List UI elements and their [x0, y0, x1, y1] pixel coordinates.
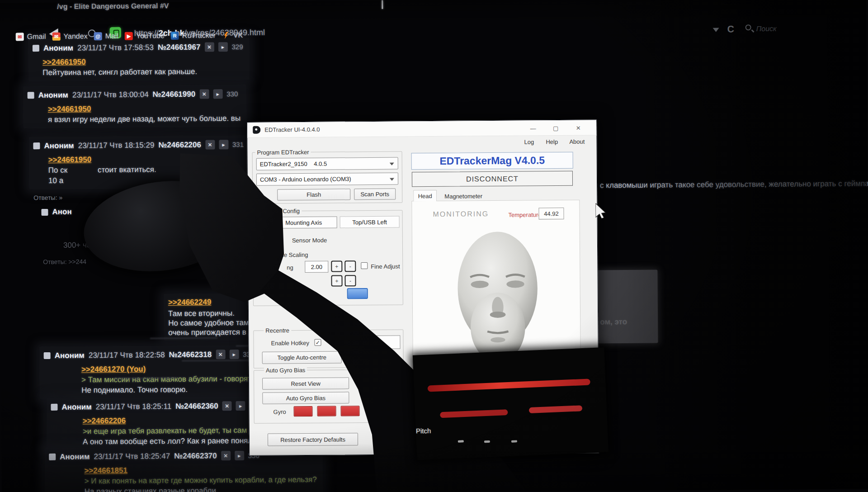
- post-checkbox[interactable]: [33, 142, 40, 149]
- post-header: Аноним 23/11/17 Чтв 18:15:29 №24662206 ✕…: [33, 140, 244, 151]
- post-checkbox[interactable]: [44, 352, 51, 359]
- increment-button[interactable]: +: [331, 275, 342, 286]
- minimize-button[interactable]: —: [524, 122, 542, 134]
- hide-post-icon[interactable]: ✕: [205, 140, 215, 149]
- post-number[interactable]: №24662370: [174, 451, 217, 461]
- replies-list[interactable]: Ответы: »: [33, 194, 62, 201]
- group-legend: Config: [281, 208, 302, 214]
- poster-name: Аноним: [61, 402, 91, 412]
- reply-link[interactable]: >>24662249: [168, 298, 212, 307]
- reply-link[interactable]: >>24661950: [48, 104, 91, 114]
- bookmark-vk[interactable]: VK: [222, 31, 243, 39]
- expand-post-icon[interactable]: ▸: [236, 401, 245, 411]
- screen-content: /vg - Elite Dangerous General #V https:/…: [0, 0, 868, 492]
- post-checkbox[interactable]: [28, 92, 34, 99]
- refresh-icon[interactable]: C: [727, 24, 734, 34]
- reset-view-button[interactable]: Reset View: [262, 377, 349, 389]
- forum-post: Аноним 23/11/17 Чтв 18:25:11 №24662360 ✕…: [51, 401, 282, 447]
- bookmark-gmail[interactable]: ✉ Gmail: [16, 33, 46, 41]
- poster-name: Аноним: [38, 90, 68, 99]
- post-checkbox[interactable]: [49, 454, 56, 460]
- bookmark-dropdown-icon[interactable]: [713, 28, 719, 32]
- decrement-button[interactable]: -: [344, 275, 356, 286]
- bookmark-yandex[interactable]: ✉ Yandex: [52, 32, 87, 41]
- post-quote: > Там миссии на скан маяков абузили - го…: [81, 373, 278, 385]
- poster-name: Аноним: [55, 351, 85, 360]
- com-port-dropdown-value: COM3 - Arduino Leonardo (COM3): [260, 175, 351, 183]
- post-checkbox[interactable]: [51, 404, 57, 411]
- auto-gyro-bias-button[interactable]: Auto Gyro Bias: [262, 392, 349, 404]
- enable-hotkey-checkbox[interactable]: ✓: [314, 339, 321, 346]
- scaling-value: 2.00: [311, 263, 322, 270]
- expand-post-icon[interactable]: ▸: [219, 140, 228, 149]
- recentre-group: Recentre Enable Hotkey ✓ Toggle Auto-cen…: [253, 329, 404, 368]
- browser-tab-title[interactable]: /vg - Elite Dangerous General #V: [57, 2, 169, 11]
- partial-post-header: Анон: [41, 208, 71, 217]
- post-checkbox[interactable]: [33, 45, 39, 52]
- restore-factory-defaults-button[interactable]: Restore Factory Defaults: [268, 433, 358, 446]
- tab-head[interactable]: Head: [413, 190, 437, 201]
- mounting-axis-value: Top/USB Left: [352, 218, 387, 226]
- bookmark-youtube[interactable]: ▶ YouTube: [125, 32, 165, 40]
- menu-log[interactable]: Log: [524, 138, 534, 145]
- bookmark-rutracker[interactable]: R RuTracker: [171, 31, 216, 40]
- search-icon[interactable]: [745, 24, 751, 30]
- menu-help[interactable]: Help: [546, 138, 558, 145]
- fine-adjust-checkbox[interactable]: [361, 262, 368, 269]
- mounting-axis-dropdown[interactable]: Top/USB Left: [340, 216, 400, 228]
- hotkey-field[interactable]: [372, 336, 400, 349]
- post-number[interactable]: №24661990: [152, 90, 195, 99]
- close-button[interactable]: ✕: [569, 122, 587, 134]
- photographed-monitor: /vg - Elite Dangerous General #V https:/…: [0, 0, 868, 492]
- forum-post: Аноним 23/11/17 Чтв 18:15:29 №24662206 ✕…: [33, 140, 244, 186]
- window-title: EDTracker UI-4.0.4.0: [264, 126, 320, 133]
- disconnect-button[interactable]: DISCONNECT: [412, 171, 573, 187]
- decrement-button[interactable]: -: [344, 260, 356, 272]
- post-number[interactable]: №24662360: [175, 402, 218, 411]
- toggle-auto-centre-button[interactable]: Toggle Auto-centre: [262, 351, 342, 364]
- flash-button[interactable]: Flash: [277, 189, 350, 200]
- post-number[interactable]: №24662206: [158, 140, 201, 150]
- post-text: стоит вкатиться.: [98, 165, 156, 174]
- scaling-value-input[interactable]: 2.00: [305, 261, 328, 273]
- reply-link[interactable]: >>24661851: [84, 466, 127, 475]
- post-ordinal: 330: [226, 90, 238, 98]
- scan-ports-button[interactable]: Scan Ports: [354, 189, 396, 200]
- forum-post: Аноним 23/11/17 Чтв 18:22:58 №24662318 ✕…: [44, 349, 278, 396]
- faint-replies[interactable]: Ответы: >>244: [43, 258, 86, 265]
- bookmark-mailru[interactable]: @ Mail: [94, 32, 118, 40]
- menu-about[interactable]: About: [569, 138, 585, 145]
- reply-link[interactable]: >>24661950: [42, 57, 86, 66]
- hide-post-icon[interactable]: ✕: [199, 89, 209, 99]
- reply-link[interactable]: >>24661950: [48, 155, 92, 164]
- expand-post-icon[interactable]: ▸: [235, 451, 244, 460]
- faint-post-text: 300+ часов: [63, 241, 104, 250]
- post-number[interactable]: №24662318: [169, 350, 212, 360]
- increment-button[interactable]: +: [331, 260, 342, 272]
- hide-post-icon[interactable]: ✕: [204, 42, 214, 52]
- reply-link[interactable]: >>24662206: [83, 416, 126, 426]
- search-input[interactable]: Поиск: [756, 25, 777, 33]
- com-port-dropdown[interactable]: COM3 - Arduino Leonardo (COM3): [256, 173, 398, 186]
- hide-post-icon[interactable]: ✕: [221, 451, 231, 460]
- expand-post-icon[interactable]: ▸: [213, 89, 222, 99]
- hide-post-icon[interactable]: ✕: [222, 401, 232, 411]
- enable-hotkey-label: Enable Hotkey: [271, 340, 309, 347]
- bookmark-label: Yandex: [63, 32, 87, 40]
- expand-post-icon[interactable]: ▸: [229, 350, 239, 359]
- post-checkbox[interactable]: [41, 208, 48, 215]
- post-number[interactable]: №24661967: [158, 43, 201, 52]
- config-group: Config Mounting Axis Top/USB Left Sensor…: [252, 210, 403, 306]
- bookmark-label: Mail: [105, 32, 118, 40]
- poster-name: Аноним: [43, 43, 73, 52]
- tab-magnetometer[interactable]: Magnetometer: [439, 191, 488, 201]
- hide-post-icon[interactable]: ✕: [216, 350, 225, 359]
- youtube-icon: ▶: [125, 32, 133, 40]
- bookmark-label: RuTracker: [182, 31, 216, 40]
- reply-link[interactable]: >>24661270 (You): [81, 364, 146, 374]
- expand-post-icon[interactable]: ▸: [218, 42, 227, 52]
- window-titlebar[interactable]: EDTracker UI-4.0.4.0 — ▢ ✕: [247, 120, 596, 137]
- firmware-dropdown[interactable]: EDTracker2_9150 4.0.5: [256, 157, 398, 170]
- focused-mini-button[interactable]: [347, 288, 368, 299]
- maximize-button[interactable]: ▢: [547, 122, 565, 134]
